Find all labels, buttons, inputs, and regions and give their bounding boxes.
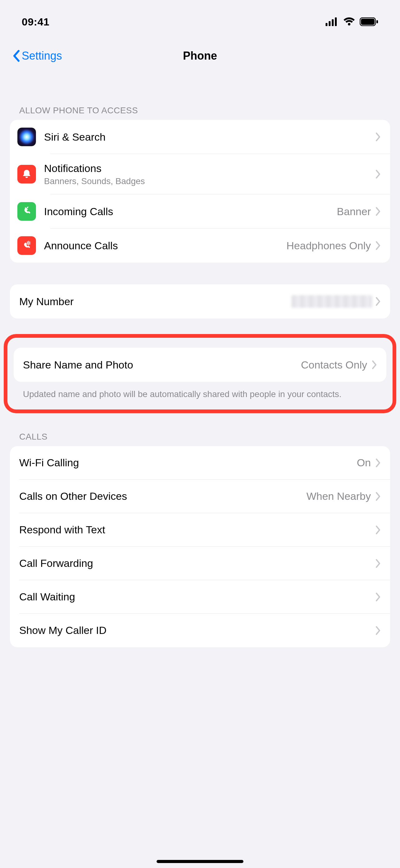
row-value: Banner bbox=[337, 206, 371, 218]
chevron-right-icon bbox=[375, 297, 381, 306]
row-calls-other-devices[interactable]: Calls on Other Devices When Nearby bbox=[10, 479, 390, 513]
bell-icon bbox=[18, 165, 36, 183]
page-title: Phone bbox=[183, 49, 217, 62]
chevron-right-icon bbox=[375, 207, 381, 216]
chevron-right-icon bbox=[375, 592, 381, 602]
row-title: Incoming Calls bbox=[44, 206, 337, 218]
row-value: On bbox=[357, 457, 371, 469]
status-bar: 09:41 bbox=[0, 0, 400, 37]
phone-announce-icon bbox=[18, 236, 36, 255]
row-show-my-caller-id[interactable]: Show My Caller ID bbox=[10, 614, 390, 647]
status-indicators bbox=[326, 18, 378, 26]
row-my-number[interactable]: My Number bbox=[10, 284, 390, 318]
row-share-name-photo[interactable]: Share Name and Photo Contacts Only bbox=[14, 348, 386, 382]
access-card: Siri & Search Notifications Banners, Sou… bbox=[10, 120, 390, 262]
row-title: Call Waiting bbox=[19, 591, 375, 603]
my-number-value-redacted bbox=[292, 295, 372, 308]
row-wifi-calling[interactable]: Wi-Fi Calling On bbox=[10, 446, 390, 479]
chevron-right-icon bbox=[375, 626, 381, 635]
row-value: Headphones Only bbox=[287, 240, 371, 252]
chevron-right-icon bbox=[375, 492, 381, 501]
chevron-right-icon bbox=[375, 525, 381, 535]
row-title: Notifications bbox=[44, 162, 375, 175]
home-indicator bbox=[157, 860, 243, 863]
back-button[interactable]: Settings bbox=[12, 49, 62, 62]
svg-rect-6 bbox=[376, 20, 378, 23]
row-call-forwarding[interactable]: Call Forwarding bbox=[10, 547, 390, 580]
row-title: My Number bbox=[19, 296, 292, 308]
chevron-right-icon bbox=[375, 132, 381, 142]
share-card: Share Name and Photo Contacts Only bbox=[14, 348, 386, 382]
cellular-icon bbox=[326, 18, 339, 26]
status-time: 09:41 bbox=[22, 16, 49, 28]
row-value: When Nearby bbox=[306, 490, 371, 502]
share-footer-note: Updated name and photo will be automatic… bbox=[14, 382, 386, 401]
row-respond-with-text[interactable]: Respond with Text bbox=[10, 513, 390, 547]
svg-rect-5 bbox=[361, 19, 374, 25]
calls-card: Wi-Fi Calling On Calls on Other Devices … bbox=[10, 446, 390, 647]
section-header-calls: Calls bbox=[10, 432, 390, 446]
chevron-right-icon bbox=[375, 241, 381, 250]
row-subtitle: Banners, Sounds, Badges bbox=[44, 176, 375, 186]
row-title: Announce Calls bbox=[44, 240, 287, 252]
row-value: Contacts Only bbox=[301, 359, 367, 371]
row-title: Calls on Other Devices bbox=[19, 490, 306, 502]
battery-icon bbox=[360, 18, 378, 26]
chevron-right-icon bbox=[371, 360, 377, 369]
phone-incoming-icon bbox=[18, 202, 36, 221]
row-title: Siri & Search bbox=[44, 131, 375, 143]
svg-rect-2 bbox=[332, 19, 334, 26]
chevron-right-icon bbox=[375, 559, 381, 568]
highlight-share-name-photo: Share Name and Photo Contacts Only Updat… bbox=[4, 334, 396, 413]
row-title: Call Forwarding bbox=[19, 557, 375, 569]
row-title: Respond with Text bbox=[19, 524, 375, 536]
row-announce-calls[interactable]: Announce Calls Headphones Only bbox=[10, 228, 390, 262]
chevron-right-icon bbox=[375, 169, 381, 179]
row-siri-search[interactable]: Siri & Search bbox=[10, 120, 390, 154]
mynumber-card: My Number bbox=[10, 284, 390, 318]
nav-bar: Settings Phone bbox=[0, 37, 400, 74]
back-label: Settings bbox=[22, 49, 62, 62]
row-title: Wi-Fi Calling bbox=[19, 457, 357, 469]
row-incoming-calls[interactable]: Incoming Calls Banner bbox=[10, 194, 390, 228]
svg-rect-3 bbox=[335, 18, 337, 26]
wifi-icon bbox=[343, 18, 355, 26]
row-call-waiting[interactable]: Call Waiting bbox=[10, 580, 390, 614]
row-title: Show My Caller ID bbox=[19, 624, 375, 637]
siri-icon bbox=[18, 128, 36, 146]
chevron-left-icon bbox=[12, 50, 20, 62]
svg-rect-1 bbox=[329, 21, 331, 26]
chevron-right-icon bbox=[375, 458, 381, 468]
row-notifications[interactable]: Notifications Banners, Sounds, Badges bbox=[10, 154, 390, 194]
row-title: Share Name and Photo bbox=[23, 359, 301, 371]
svg-rect-0 bbox=[326, 23, 328, 26]
section-header-access: Allow Phone to Access bbox=[10, 105, 390, 120]
